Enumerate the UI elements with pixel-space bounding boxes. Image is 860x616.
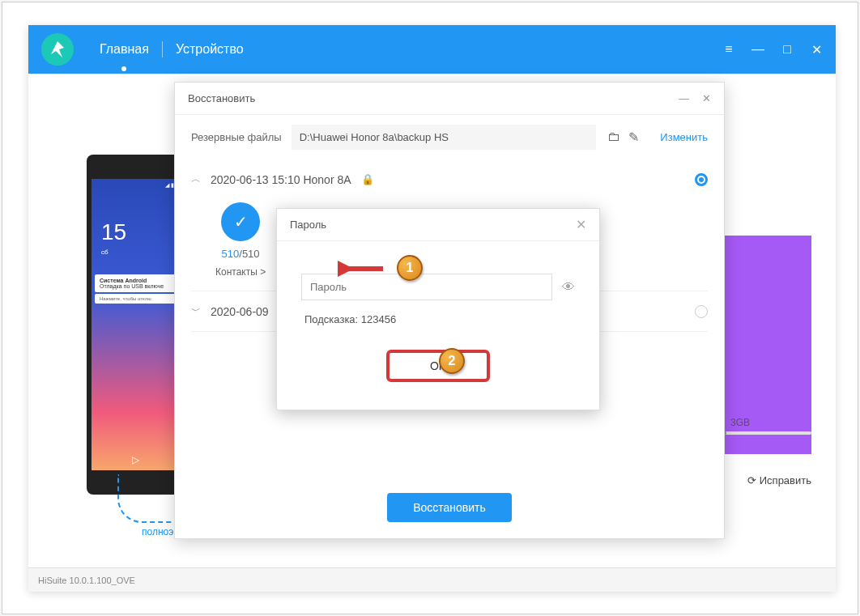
outer-frame: Главная Устройство ≡ — □ ✕ ◢ ▮ 15 сб Сис… (2, 2, 858, 614)
nav-device[interactable]: Устройство (163, 42, 257, 57)
radio-unselected[interactable] (695, 305, 708, 318)
app-window: Главная Устройство ≡ — □ ✕ ◢ ▮ 15 сб Сис… (28, 25, 836, 592)
change-link[interactable]: Изменить (660, 131, 708, 143)
notif-title: Система Android (100, 278, 171, 283)
phone-device: ◢ ▮ 15 сб Система Android Отладка по USB… (87, 155, 184, 495)
fix-icon: ⟳ (747, 474, 756, 486)
phone-statusbar: ◢ ▮ (165, 182, 174, 189)
phone-navbar: ▷ (92, 454, 179, 465)
restore-dialog-title: Восстановить (188, 92, 255, 104)
show-password-icon[interactable]: 👁 (562, 280, 575, 295)
password-input[interactable] (301, 274, 552, 300)
main-area: ◢ ▮ 15 сб Система Android Отладка по USB… (28, 74, 836, 592)
backup-path-row: Резервные файлы 🗀 ✎ Изменить (175, 115, 724, 159)
window-controls: ≡ — □ ✕ (722, 43, 823, 56)
maximize-icon[interactable]: □ (781, 43, 794, 56)
close-icon[interactable]: ✕ (810, 43, 823, 56)
dialog-minimize-icon[interactable]: — (679, 92, 689, 104)
expand-icon[interactable]: ﹀ (191, 304, 201, 318)
radio-selected[interactable] (695, 173, 708, 186)
menu-icon[interactable]: ≡ (722, 43, 735, 56)
restore-dialog: Восстановить — ✕ Резервные файлы 🗀 ✎ Изм… (174, 82, 725, 539)
titlebar: Главная Устройство ≡ — □ ✕ (28, 25, 836, 74)
side-promo-panel (714, 236, 811, 454)
version-label: HiSuite 10.0.1.100_OVE (38, 576, 135, 585)
nav-home[interactable]: Главная (87, 42, 162, 57)
contacts-category[interactable]: ✓ 510/510 Контакты > (215, 202, 266, 278)
contacts-label: Контакты > (215, 266, 266, 278)
phone-screen: ◢ ▮ 15 сб Система Android Отладка по USB… (92, 179, 179, 470)
backup-date: 2020-06-13 15:10 Honor 8A (211, 173, 351, 186)
backup-path-input[interactable] (292, 125, 597, 150)
notif-body: Отладка по USB включе (100, 283, 171, 289)
backup-files-label: Резервные файлы (191, 131, 282, 143)
app-logo (41, 33, 74, 66)
phone-notification: Система Android Отладка по USB включе (95, 274, 176, 292)
check-icon: ✓ (221, 202, 260, 241)
restore-button[interactable]: Восстановить (387, 493, 512, 522)
ok-button[interactable]: OK (386, 350, 490, 382)
phone-date: сб (101, 249, 109, 256)
backup-date: 2020-06-09 (211, 305, 269, 318)
restore-dialog-header: Восстановить — ✕ (175, 83, 724, 115)
lock-icon: 🔒 (361, 173, 374, 185)
password-dialog: Пароль ✕ 👁 Подсказка: 123456 OK (276, 208, 600, 410)
phone-notification-sub: Нажмите, чтобы отклю (95, 294, 176, 304)
storage-text: 3GB (730, 417, 750, 428)
minimize-icon[interactable]: — (751, 43, 764, 56)
phone-back-icon: ▷ (132, 454, 139, 465)
folder-icon[interactable]: 🗀 (606, 128, 622, 147)
dialog-close-icon[interactable]: ✕ (702, 92, 711, 104)
edit-icon[interactable]: ✎ (627, 128, 641, 147)
password-dialog-body: 👁 Подсказка: 123456 OK (277, 241, 599, 398)
password-dialog-title: Пароль (290, 219, 326, 231)
fix-link[interactable]: ⟳ Исправить (747, 474, 811, 486)
restore-dialog-footer: Восстановить (175, 477, 724, 538)
password-dialog-header: Пароль ✕ (277, 209, 599, 241)
password-close-icon[interactable]: ✕ (576, 217, 586, 232)
fix-label: Исправить (760, 474, 811, 486)
contacts-count: 510/510 (222, 248, 260, 260)
password-hint: Подсказка: 123456 (301, 313, 575, 325)
phone-time: 15 (101, 219, 126, 245)
tutorial-arrow (117, 474, 182, 523)
footer: HiSuite 10.0.1.100_OVE (28, 567, 836, 592)
collapse-icon[interactable]: ︿ (191, 172, 201, 186)
